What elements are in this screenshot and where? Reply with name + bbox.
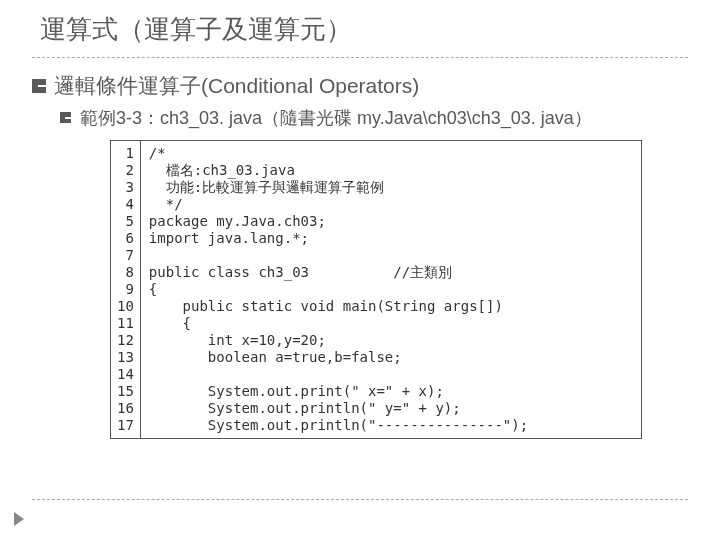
- slide-title: 運算式（運算子及運算元）: [0, 0, 720, 57]
- corner-arrow-icon: [14, 512, 24, 526]
- heading-level1: 邏輯條件運算子(Conditional Operators): [32, 72, 688, 100]
- code-text: /* 檔名:ch3_03.java 功能:比較運算子與邏輯運算子範例 */ pa…: [141, 141, 536, 438]
- divider-bottom: [32, 499, 688, 500]
- code-listing: 1 2 3 4 5 6 7 8 9 10 11 12 13 14 15 16 1…: [110, 140, 642, 439]
- line-numbers: 1 2 3 4 5 6 7 8 9 10 11 12 13 14 15 16 1…: [111, 141, 141, 438]
- heading-level2: 範例3-3：ch3_03. java（隨書光碟 my.Java\ch03\ch3…: [32, 106, 688, 130]
- content-area: 邏輯條件運算子(Conditional Operators) 範例3-3：ch3…: [0, 58, 720, 439]
